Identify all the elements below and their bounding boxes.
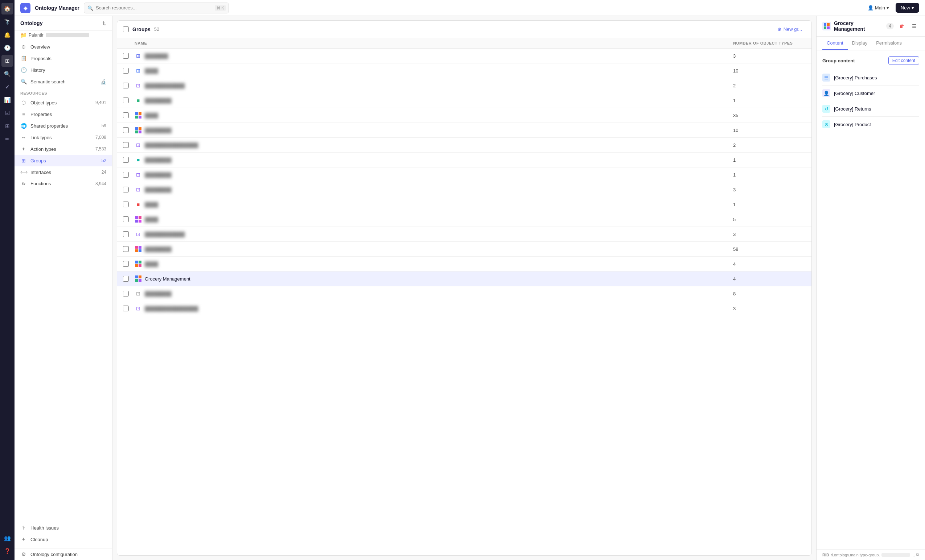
table-row[interactable]: ████████ 58 <box>117 242 812 257</box>
delete-button[interactable]: 🗑 <box>897 21 907 31</box>
table-row[interactable]: ████████ 10 <box>117 123 812 138</box>
row-checkbox[interactable] <box>123 127 129 133</box>
sidebar-item-proposals[interactable]: 📋 Proposals <box>15 53 112 64</box>
row-checkbox[interactable] <box>123 98 129 103</box>
sidebar-item-semantic-search[interactable]: 🔍 Semantic search 🔬 <box>15 76 112 87</box>
row-checkbox[interactable] <box>123 201 129 207</box>
rail-history-icon[interactable]: 🕐 <box>2 42 13 54</box>
rail-grid-icon[interactable]: ⊞ <box>2 55 13 67</box>
table-row[interactable]: ⊡ ████████████████ 3 <box>117 301 812 316</box>
main-button[interactable]: 👤 Main ▾ <box>865 4 892 12</box>
search-icon: 🔍 <box>87 5 93 11</box>
link-types-badge: 7,008 <box>95 135 106 140</box>
row-label-text: ████████ <box>145 128 174 133</box>
rail-tasks-icon[interactable]: ✔ <box>2 81 13 93</box>
rail-users-icon[interactable]: 👥 <box>2 533 13 544</box>
sidebar-title: Ontology <box>20 20 42 26</box>
search-input[interactable] <box>84 3 229 14</box>
row-label-text: ████ <box>145 202 163 207</box>
purchases-label: [Grocery] Purchases <box>834 75 877 81</box>
row-checkbox[interactable] <box>123 216 129 222</box>
table-row[interactable]: ⊡ ████████ 3 <box>117 182 812 197</box>
tab-display[interactable]: Display <box>848 37 872 50</box>
sidebar-sort-icon[interactable]: ⇅ <box>102 21 106 26</box>
row-count: 3 <box>733 306 806 311</box>
rail-chart-icon[interactable]: 📊 <box>2 94 13 106</box>
row-checkbox[interactable] <box>123 261 129 267</box>
table-row[interactable]: ⊞ ████ 10 <box>117 63 812 78</box>
new-group-button[interactable]: ⊕ New gr... <box>774 25 806 33</box>
table-row[interactable]: ⊡ ████████████████ 2 <box>117 138 812 153</box>
sidebar-item-link-types[interactable]: ↔ Link types 7,008 <box>15 132 112 143</box>
sidebar-item-cleanup[interactable]: ✦ Cleanup <box>15 533 112 545</box>
row-checkbox[interactable] <box>123 246 129 252</box>
table-row[interactable]: ■ ████████ 1 <box>117 153 812 167</box>
row-checkbox[interactable] <box>123 142 129 148</box>
logo-char: ◆ <box>24 5 27 11</box>
svg-rect-21 <box>139 275 142 278</box>
semantic-search-icon: 🔍 <box>20 79 27 84</box>
rail-home-icon[interactable]: 🏠 <box>2 3 13 15</box>
row-checkbox[interactable] <box>123 157 129 163</box>
table-row[interactable]: ■ ████ 1 <box>117 197 812 212</box>
row-name: ■ ████████ <box>134 97 733 104</box>
row-checkbox[interactable] <box>123 306 129 311</box>
sidebar-item-ontology-configuration[interactable]: ⚙ Ontology configuration <box>15 548 112 560</box>
table-row[interactable]: ████ 35 <box>117 108 812 123</box>
row-checkbox[interactable] <box>123 187 129 192</box>
table-row[interactable]: ████ 4 <box>117 257 812 272</box>
edit-content-button[interactable]: Edit content <box>888 56 919 65</box>
table-row[interactable]: ■ ████████ 1 <box>117 93 812 108</box>
rail-pencil-icon[interactable]: ✏ <box>2 134 13 145</box>
ontology-configuration-icon: ⚙ <box>20 551 27 557</box>
row-checkbox[interactable] <box>123 291 129 296</box>
row-checkbox[interactable] <box>123 53 129 59</box>
menu-button[interactable]: ☰ <box>909 21 919 31</box>
sidebar-item-history[interactable]: 🕐 History <box>15 64 112 76</box>
sidebar-item-groups[interactable]: ⊞ Groups 52 <box>15 155 112 167</box>
rail-help-icon[interactable]: ❓ <box>2 545 13 557</box>
row-checkbox[interactable] <box>123 276 129 282</box>
sidebar-item-properties[interactable]: ≡ Properties <box>15 108 112 120</box>
row-count: 5 <box>733 217 806 222</box>
select-all-checkbox[interactable] <box>123 27 129 32</box>
rail-notifications-icon[interactable]: 🔔 <box>2 29 13 41</box>
row-checkbox[interactable] <box>123 68 129 74</box>
new-button[interactable]: New ▾ <box>896 3 919 13</box>
table-row[interactable]: ⊡ ████████████ 2 <box>117 78 812 93</box>
tab-content[interactable]: Content <box>823 37 848 50</box>
table-row[interactable]: ⊡ ████████ 8 <box>117 286 812 301</box>
row-checkbox[interactable] <box>123 113 129 118</box>
rail-explore-icon[interactable]: 🔭 <box>2 16 13 27</box>
sidebar-item-overview[interactable]: ⊙ Overview <box>15 41 112 53</box>
sidebar-item-action-types[interactable]: ✦ Action types 7,533 <box>15 143 112 155</box>
content-item-customer: 👤 [Grocery] Customer <box>823 86 919 101</box>
row-checkbox[interactable] <box>123 83 129 89</box>
rail-check-icon[interactable]: ☑ <box>2 107 13 119</box>
table-row[interactable]: ⊡ ████████ 1 <box>117 167 812 182</box>
sidebar-item-functions[interactable]: fx Functions 8,944 <box>15 178 112 189</box>
group-content-header: Group content Edit content <box>823 56 919 65</box>
rail-layers-icon[interactable]: ⊞ <box>2 120 13 132</box>
proposals-icon: 📋 <box>20 56 27 61</box>
sidebar-item-interfaces[interactable]: ⟺ Interfaces 24 <box>15 167 112 178</box>
table-row[interactable]: ████ 5 <box>117 212 812 227</box>
link-types-icon: ↔ <box>20 135 27 140</box>
row-checkbox[interactable] <box>123 172 129 178</box>
table-row[interactable]: ⊡ ████████████ 3 <box>117 227 812 242</box>
tab-permissions[interactable]: Permissions <box>872 37 906 50</box>
returns-label: [Grocery] Returns <box>834 106 871 112</box>
interfaces-badge: 24 <box>102 170 106 175</box>
row-checkbox[interactable] <box>123 231 129 237</box>
new-group-label: New gr... <box>783 27 802 32</box>
row-label-text: ████ <box>145 261 163 267</box>
copy-rid-icon[interactable]: ⧉ <box>916 552 919 557</box>
sidebar-item-object-types[interactable]: ⬡ Object types 9,401 <box>15 97 112 108</box>
row-label-text: ████████ <box>145 98 170 103</box>
sidebar-item-shared-properties[interactable]: 🌐 Shared properties 59 <box>15 120 112 132</box>
row-count: 10 <box>733 128 806 133</box>
table-row[interactable]: ⊞ ███████ 3 <box>117 48 812 63</box>
table-row-grocery-management[interactable]: Grocery Management 4 <box>117 272 812 286</box>
sidebar-item-health-issues[interactable]: ⚕ Health issues <box>15 522 112 533</box>
rail-search-icon[interactable]: 🔍 <box>2 68 13 80</box>
